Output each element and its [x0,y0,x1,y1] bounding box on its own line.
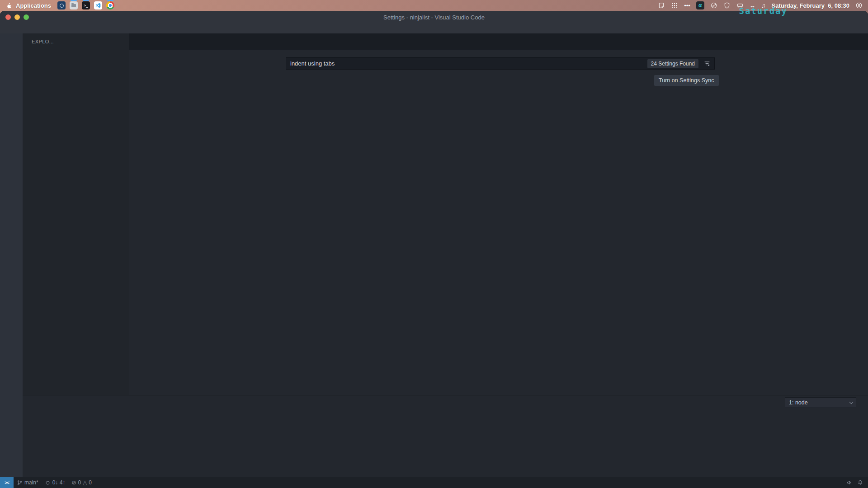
filter-icon[interactable] [702,59,712,69]
bottom-panel: 1: node [23,395,868,477]
settings-search-input[interactable] [286,60,647,67]
git-branch-icon [17,480,23,486]
window-title: Settings - ninjalist - Visual Studio Cod… [0,14,868,21]
system-tray: ••• α ↔ ♫ Saturday, February 6, 08:30 [658,1,863,9]
music-note-icon[interactable]: ♫ [761,3,766,9]
vscode-window: Settings - ninjalist - Visual Studio Cod… [0,11,868,488]
files-app-icon[interactable] [70,1,78,9]
megaphone-icon[interactable] [846,479,853,486]
steam-icon[interactable] [710,2,717,9]
sync-icon [45,480,51,486]
turn-on-settings-sync-button[interactable]: Turn on Settings Sync [654,75,719,86]
editor-group: 24 Settings Found Turn on Settings Sync [129,33,868,395]
titlebar[interactable]: Settings - ninjalist - Visual Studio Cod… [0,11,868,23]
apple-logo-icon[interactable] [5,2,12,9]
sync-changes-item[interactable]: 0↓ 4↑ [42,477,69,488]
results-count-badge: 24 Settings Found [647,59,698,68]
close-window-icon[interactable] [5,14,11,20]
activity-bar [0,33,23,477]
note-icon[interactable] [658,2,665,9]
more-tray-icon[interactable]: ••• [684,3,690,9]
screen: Applications >_ ••• α ↔ ♫ Saturday, Febr… [0,0,868,488]
editor-tabbar [129,33,868,50]
maximize-window-icon[interactable] [24,14,29,20]
user-circle-icon[interactable] [855,2,863,9]
launcher-app-icon[interactable] [57,1,66,9]
applications-menu[interactable]: Applications [16,2,51,9]
chrome-app-icon[interactable] [106,1,114,9]
alpha-logo-icon[interactable]: α [696,1,704,9]
warnings-icon: △ [83,479,87,486]
status-bar: >< main* 0↓ 4↑ ⊘ 0 △ 0 [0,477,868,488]
explorer-sidebar: EXPLO... [23,33,129,395]
problems-item[interactable]: ⊘ 0 △ 0 [68,477,95,488]
notifications-bell-icon[interactable] [857,479,863,486]
explorer-header: EXPLO... [23,33,129,50]
minimize-window-icon[interactable] [14,14,20,20]
explorer-title: EXPLO... [32,39,54,44]
network-arrows-icon[interactable]: ↔ [750,3,755,9]
shield-icon[interactable] [723,2,731,9]
terminal-app-icon[interactable]: >_ [82,1,90,9]
remote-indicator[interactable]: >< [0,477,14,488]
vscode-app-icon[interactable] [94,1,102,9]
os-top-bar: Applications >_ ••• α ↔ ♫ Saturday, Febr… [0,0,868,11]
terminal-output[interactable] [23,410,868,477]
errors-icon: ⊘ [71,479,76,486]
app-grid-icon[interactable] [671,2,678,9]
panel-tabbar: 1: node [23,395,868,410]
drive-icon[interactable] [736,2,744,9]
window-controls [5,14,29,20]
menubar [0,23,868,33]
settings-search-box: 24 Settings Found [286,57,715,70]
settings-editor: 24 Settings Found Turn on Settings Sync [129,50,868,395]
git-branch-item[interactable]: main* [14,477,42,488]
file-tree [23,50,129,395]
clock[interactable]: Saturday, February 6, 08:30 [772,2,849,9]
terminal-shell-select[interactable]: 1: node [785,397,856,408]
